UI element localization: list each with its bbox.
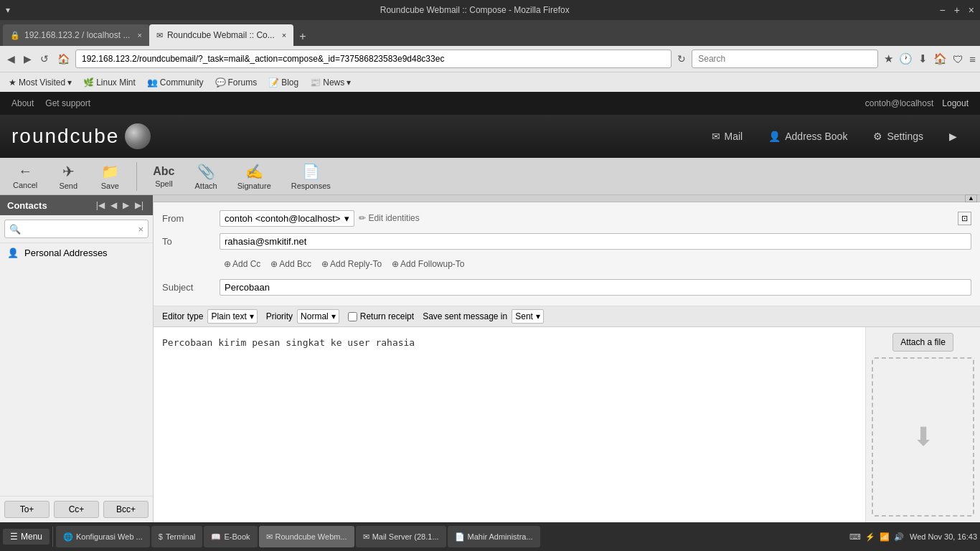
taskbar-item-1[interactable]: $ Terminal [151, 526, 203, 547]
add-bcc-label: Add Bcc [279, 259, 311, 269]
nav-mail-label: Mail [725, 131, 743, 142]
search-icon: 🔍 [9, 224, 21, 235]
priority-group: Priority Normal ▾ [266, 309, 339, 324]
return-receipt-label: Return receipt [360, 311, 414, 321]
reload-button[interactable]: ↺ [37, 52, 52, 66]
taskbar-item-2[interactable]: 📖 E-Book [204, 526, 257, 547]
tab-1[interactable]: 🔒 192.168.123.2 / localhost ... × [3, 24, 149, 46]
personal-addresses-item[interactable]: 👤 Personal Addresses [0, 243, 153, 263]
add-bcc-link[interactable]: ⊕ Add Bcc [266, 258, 316, 270]
new-tab-button[interactable]: + [293, 27, 311, 46]
history-icon[interactable]: 🕐 [899, 52, 913, 65]
add-reply-to-link[interactable]: ⊕ Add Reply-To [317, 258, 386, 270]
logout-link[interactable]: Logout [942, 98, 969, 108]
bookmark-icon[interactable]: ★ [884, 52, 893, 65]
taskbar-item-5[interactable]: 📄 Mahir Administra... [448, 526, 540, 547]
send-label: Send [59, 182, 77, 190]
responses-button[interactable]: 📄 Responses [284, 160, 338, 193]
attach-button[interactable]: 📎 Attach [187, 160, 224, 193]
bookmark-linux-mint[interactable]: 🌿 Linux Mint [79, 76, 140, 89]
taskbar-item-0[interactable]: 🌐 Konfigurasi Web ... [56, 526, 150, 547]
linux-mint-label: Linux Mint [96, 77, 136, 88]
contacts-search-input[interactable] [24, 222, 135, 236]
download-icon[interactable]: ⬇ [918, 52, 928, 65]
shield-icon[interactable]: 🛡 [953, 53, 963, 65]
cc-button[interactable]: Cc+ [54, 501, 99, 518]
main-layout: Contacts |◀ ◀ ▶ ▶| 🔍 × 👤 Personal Addres… [0, 195, 980, 522]
search-input[interactable] [692, 50, 878, 68]
compose-area: ▲ From contoh <contoh@localhost> ▾ ✏ Edi… [154, 195, 980, 522]
bookmark-community[interactable]: 👥 Community [143, 76, 208, 89]
compose-fields: From contoh <contoh@localhost> ▾ ✏ Edit … [154, 202, 980, 306]
close-button[interactable]: × [969, 4, 974, 16]
nav-mail[interactable]: ✉ Mail [700, 126, 755, 146]
bookmark-news[interactable]: 📰 News ▾ [306, 76, 355, 89]
editor-type-group: Editor type Plain text ▾ [162, 309, 258, 324]
collapse-button[interactable]: ▲ [965, 194, 977, 202]
from-dropdown[interactable]: contoh <contoh@localhost> ▾ [220, 210, 354, 227]
add-followup-link[interactable]: ⊕ Add Followup-To [387, 258, 468, 270]
to-button[interactable]: To+ [4, 501, 50, 518]
tab-close-1[interactable]: × [137, 31, 141, 39]
subject-row: Subject [162, 277, 971, 297]
send-icon: ✈ [62, 163, 75, 180]
save-button[interactable]: 📁 Save [92, 160, 128, 193]
to-input[interactable] [220, 233, 971, 250]
priority-select[interactable]: Normal ▾ [297, 309, 339, 324]
message-body-textarea[interactable]: Percobaan kirim pesan singkat ke user ra… [154, 327, 865, 522]
attach-dropzone[interactable]: ⬇ [872, 357, 974, 517]
spell-button[interactable]: Abc Spell [146, 162, 182, 191]
subject-input[interactable] [220, 279, 971, 296]
editor-type-select[interactable]: Plain text ▾ [207, 309, 257, 324]
nav-settings[interactable]: ⚙ Settings [862, 126, 935, 146]
sidebar-last-button[interactable]: ▶| [133, 199, 146, 211]
sidebar-prev-button[interactable]: ◀ [108, 199, 119, 211]
send-button[interactable]: ✈ Send [50, 160, 86, 193]
tab-2[interactable]: ✉ Roundcube Webmail :: Co... × [149, 24, 293, 46]
sidebar-next-button[interactable]: ▶ [121, 199, 131, 211]
bookmark-most-visited[interactable]: ★ Most Visited ▾ [4, 76, 76, 89]
tab-close-2[interactable]: × [282, 31, 286, 39]
bcc-button[interactable]: Bcc+ [103, 501, 149, 518]
expand-compose-button[interactable]: ⊡ [958, 212, 971, 225]
address-input[interactable] [75, 50, 672, 68]
return-receipt-checkbox[interactable] [348, 312, 357, 321]
nav-expand[interactable]: ▶ [938, 126, 969, 146]
bookmark-blog[interactable]: 📝 Blog [264, 76, 303, 89]
nav-address-book[interactable]: 👤 Address Book [757, 126, 859, 146]
bookmark-forums[interactable]: 💬 Forums [211, 76, 262, 89]
community-icon: 👥 [147, 77, 158, 88]
menu-icon[interactable]: ≡ [969, 53, 976, 65]
home-button[interactable]: 🏠 [55, 52, 72, 66]
tab-label-1: 192.168.123.2 / localhost ... [24, 30, 130, 40]
about-link[interactable]: About [11, 98, 34, 108]
refresh-button[interactable]: ↻ [674, 52, 689, 66]
attach-file-button[interactable]: Attach a file [892, 333, 953, 352]
sidebar-empty-space [0, 263, 153, 496]
back-button[interactable]: ◀ [4, 52, 18, 66]
get-support-link[interactable]: Get support [45, 98, 90, 108]
priority-arrow: ▾ [331, 311, 336, 321]
add-cc-label: Add Cc [232, 259, 260, 269]
add-cc-link[interactable]: ⊕ Add Cc [220, 258, 265, 270]
return-receipt-group[interactable]: Return receipt [348, 311, 414, 321]
compose-collapse-bar: ▲ [154, 195, 980, 202]
cancel-button[interactable]: ← Cancel [6, 160, 44, 192]
forward-button[interactable]: ▶ [21, 52, 34, 66]
maximize-button[interactable]: + [954, 4, 960, 16]
save-sent-select[interactable]: Sent ▾ [512, 309, 544, 324]
clear-search-icon[interactable]: × [138, 224, 143, 235]
signature-button[interactable]: ✍ Signature [230, 160, 278, 193]
minimize-button[interactable]: − [939, 4, 945, 16]
from-select: contoh <contoh@localhost> ▾ ✏ Edit ident… [220, 210, 958, 227]
edit-identities-link[interactable]: ✏ Edit identities [359, 213, 419, 223]
community-label: Community [160, 77, 204, 88]
taskbar-start[interactable]: ☰ Menu [3, 529, 50, 545]
home-nav-icon[interactable]: 🏠 [933, 52, 947, 65]
contacts-title: Contacts [7, 200, 47, 211]
sidebar-first-button[interactable]: |◀ [94, 199, 107, 211]
bluetooth-icon: ⚡ [865, 532, 875, 542]
taskbar-item-4[interactable]: ✉ Mail Server (28.1... [356, 526, 446, 547]
taskbar-item-3[interactable]: ✉ Roundcube Webm... [259, 526, 354, 547]
editor-options: Editor type Plain text ▾ Priority Normal… [154, 306, 980, 327]
